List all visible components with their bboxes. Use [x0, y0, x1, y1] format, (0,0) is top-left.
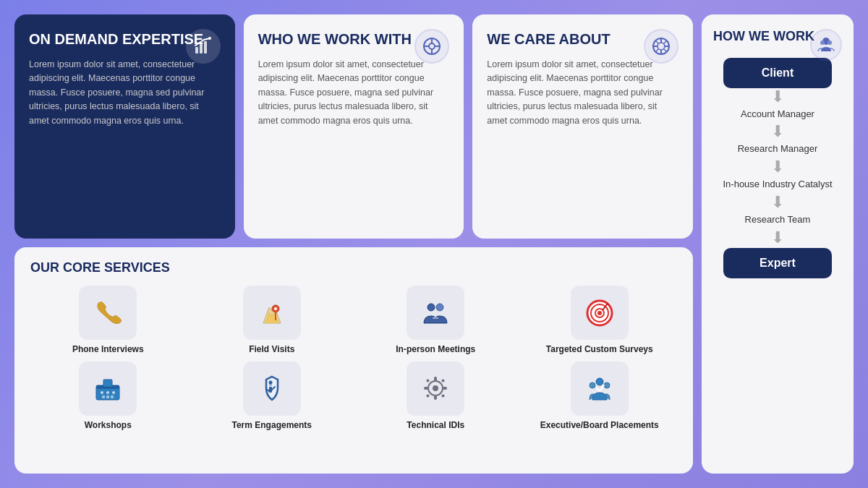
how-we-work-card: HOW WE WORK Client ⬇ Account Manager ⬇ R… — [702, 14, 854, 474]
arrow-3: ⬇ — [771, 159, 784, 175]
in-person-meetings-label: In-person Meetings — [396, 344, 475, 356]
expertise-text: Lorem ipsum dolor sit amet, consectetuer… — [29, 58, 221, 128]
service-targeted-surveys: Targeted Custom Surveys — [522, 286, 678, 356]
targeted-surveys-icon-box — [571, 286, 629, 340]
who-we-work-text: Lorem ipsum dolor sit amet, consectetuer… — [258, 58, 450, 128]
svg-rect-52 — [441, 379, 446, 383]
svg-rect-51 — [426, 379, 430, 383]
left-section: ON DEMAND EXPERTISE Lorem ipsum dolor si… — [14, 14, 693, 474]
arrow-2: ⬇ — [771, 124, 784, 140]
top-cards: ON DEMAND EXPERTISE Lorem ipsum dolor si… — [14, 14, 693, 239]
svg-point-55 — [596, 378, 603, 385]
how-we-work-title: HOW WE WORK — [713, 29, 814, 45]
we-care-text: Lorem ipsum dolor sit amet, consectetuer… — [487, 58, 678, 128]
svg-point-59 — [820, 40, 825, 45]
service-technical-idis: Technical IDIs — [358, 361, 514, 432]
svg-point-11 — [658, 43, 665, 50]
service-term-engagements: Term Engagements — [195, 361, 350, 432]
svg-point-3 — [208, 37, 211, 40]
svg-point-37 — [106, 391, 109, 394]
expert-button[interactable]: Expert — [723, 248, 832, 278]
svg-rect-2 — [204, 41, 207, 53]
we-care-card: WE CARE ABOUT Lorem ip — [472, 14, 693, 239]
svg-rect-48 — [434, 395, 437, 400]
field-visits-label: Field Visits — [249, 344, 294, 356]
term-engagements-icon-box — [243, 361, 301, 416]
svg-point-38 — [112, 391, 115, 394]
svg-point-30 — [597, 311, 602, 315]
svg-rect-41 — [111, 395, 114, 398]
main-container: ON DEMAND EXPERTISE Lorem ipsum dolor si… — [14, 14, 854, 474]
svg-point-44 — [268, 381, 272, 385]
svg-rect-25 — [433, 317, 438, 319]
technical-idis-icon-box — [407, 361, 464, 416]
svg-point-60 — [827, 40, 832, 45]
services-grid: Phone Interviews Field Visits — [30, 286, 677, 431]
svg-rect-54 — [441, 394, 446, 398]
arrow-4: ⬇ — [771, 194, 784, 210]
svg-point-5 — [429, 43, 435, 49]
svg-line-16 — [655, 40, 658, 43]
board-placements-label: Executive/Board Placements — [540, 420, 659, 432]
svg-point-56 — [590, 382, 595, 388]
service-phone-interviews: Phone Interviews — [30, 286, 186, 356]
svg-rect-53 — [426, 394, 430, 398]
service-in-person-meetings: In-person Meetings — [358, 286, 514, 356]
who-we-work-icon — [414, 29, 449, 64]
svg-point-22 — [274, 307, 277, 310]
targeted-surveys-label: Targeted Custom Surveys — [546, 344, 653, 356]
expertise-card: ON DEMAND EXPERTISE Lorem ipsum dolor si… — [14, 14, 235, 239]
expertise-icon — [186, 29, 221, 64]
research-team-label: Research Team — [745, 211, 811, 229]
term-engagements-label: Term Engagements — [232, 420, 312, 432]
how-we-work-icon — [810, 29, 842, 61]
svg-rect-35 — [103, 380, 112, 387]
svg-rect-0 — [195, 47, 198, 53]
svg-point-36 — [101, 391, 103, 394]
field-visits-icon-box — [243, 286, 301, 340]
svg-line-18 — [664, 40, 667, 43]
service-board-placements: Executive/Board Placements — [522, 361, 678, 432]
arrow-1: ⬇ — [771, 89, 784, 105]
service-workshops: Workshops — [30, 361, 186, 432]
technical-idis-label: Technical IDIs — [407, 420, 464, 432]
svg-rect-49 — [424, 387, 428, 390]
svg-point-23 — [427, 304, 435, 311]
svg-rect-47 — [434, 377, 437, 381]
svg-line-17 — [664, 49, 667, 52]
in-house-catalyst-label: In-house Industry Catalyst — [723, 176, 832, 194]
svg-line-19 — [655, 49, 658, 52]
research-manager-label: Research Manager — [738, 140, 818, 158]
svg-rect-50 — [443, 387, 447, 390]
svg-rect-40 — [106, 395, 109, 398]
phone-interviews-label: Phone Interviews — [72, 344, 144, 356]
phone-interviews-icon-box — [79, 286, 137, 340]
svg-rect-1 — [200, 44, 203, 53]
board-placements-icon-box — [571, 361, 629, 416]
flow-container: Client ⬇ Account Manager ⬇ Research Mana… — [713, 58, 842, 279]
services-card: OUR CORE SERVICES Phone Interviews — [14, 247, 693, 474]
svg-point-46 — [433, 385, 438, 391]
we-care-icon — [644, 29, 678, 64]
workshops-icon-box — [79, 361, 137, 416]
workshops-label: Workshops — [85, 420, 132, 432]
who-we-work-card: WHO WE WORK WITH Lorem ipsum dolor sit a… — [244, 14, 464, 239]
services-title: OUR CORE SERVICES — [30, 260, 677, 275]
svg-point-24 — [436, 304, 443, 311]
client-button[interactable]: Client — [723, 58, 832, 88]
arrow-5: ⬇ — [771, 230, 784, 246]
svg-point-57 — [604, 382, 610, 388]
in-person-meetings-icon-box — [407, 286, 464, 340]
account-manager-label: Account Manager — [741, 106, 814, 124]
svg-rect-39 — [102, 395, 105, 398]
service-field-visits: Field Visits — [195, 286, 350, 356]
